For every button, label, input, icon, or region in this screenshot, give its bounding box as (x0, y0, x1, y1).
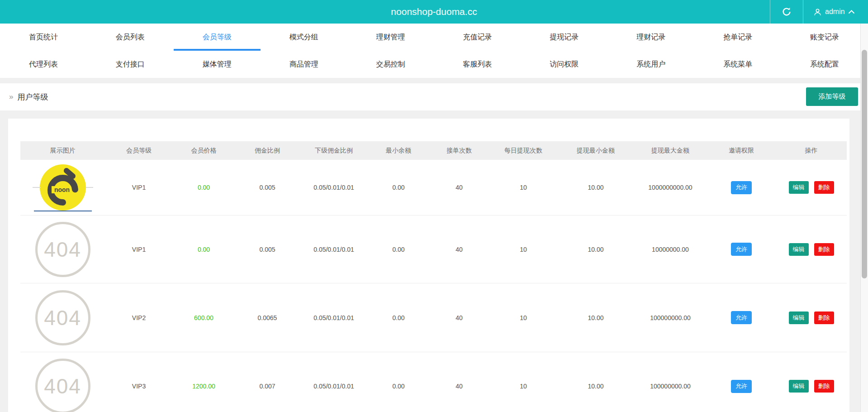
cell-daily-withdraw-count: 10 (489, 160, 558, 215)
allow-button[interactable]: 允许 (731, 311, 752, 324)
cell-actions: 编辑 删除 (776, 283, 847, 352)
edit-button[interactable]: 编辑 (789, 243, 809, 256)
cell-daily-withdraw-count: 10 (489, 283, 558, 352)
header-withdraw-max: 提现最大金额 (634, 141, 707, 160)
breadcrumb-bar: » 用户等级 添加等级 (0, 83, 868, 110)
nav-item-system-users[interactable]: 系统用户 (607, 51, 694, 78)
broken-line (33, 187, 40, 188)
cell-level: VIP3 (105, 352, 173, 412)
nav-item-balance-change-records[interactable]: 账变记录 (781, 24, 868, 51)
cell-invite: 允许 (707, 283, 776, 352)
cell-withdraw-min: 10.00 (558, 352, 634, 412)
nav-item-mode-group[interactable]: 模式分组 (261, 24, 347, 51)
cell-commission: 0.005 (235, 216, 300, 283)
nav-item-service-list[interactable]: 客服列表 (434, 51, 521, 78)
nav-item-finance-manage[interactable]: 理财管理 (347, 24, 434, 51)
header-image: 展示图片 (20, 141, 105, 160)
scrollbar-thumb[interactable] (862, 50, 867, 278)
cell-sub-commission: 0.05/0.01/0.01 (300, 283, 368, 352)
content-card: 展示图片 会员等级 会员价格 佣金比例 下级佣金比例 最小余额 接单次数 每日提… (8, 119, 849, 412)
cell-order-count: 40 (429, 160, 489, 215)
cell-image: 404 (20, 352, 105, 412)
cell-level: VIP1 (105, 216, 173, 283)
cell-actions: 编辑 删除 (776, 352, 847, 412)
nav-item-payment-api[interactable]: 支付接口 (87, 51, 174, 78)
cell-actions: 编辑 删除 (776, 160, 847, 215)
nav-item-recharge-records[interactable]: 充值记录 (434, 24, 521, 51)
topbar-controls: admin (770, 0, 868, 24)
delete-button[interactable]: 删除 (814, 380, 834, 393)
edit-button[interactable]: 编辑 (789, 380, 809, 393)
nav-item-member-level[interactable]: 会员等级 (174, 24, 261, 51)
cell-order-count: 40 (429, 283, 489, 352)
scrollbar[interactable] (860, 24, 868, 412)
cell-price: 0.00 (173, 160, 235, 215)
cell-sub-commission: 0.05/0.01/0.01 (300, 352, 368, 412)
delete-button[interactable]: 删除 (814, 181, 834, 194)
link-underline (34, 211, 92, 211)
allow-button[interactable]: 允许 (731, 243, 752, 256)
header-order-count: 接单次数 (429, 141, 489, 160)
header-sub-commission: 下级佣金比例 (300, 141, 368, 160)
user-menu[interactable]: admin (803, 0, 868, 24)
nav-item-access-permission[interactable]: 访问权限 (521, 51, 607, 78)
breadcrumb: » 用户等级 (9, 83, 48, 110)
cell-min-balance: 0.00 (368, 352, 429, 412)
username: admin (825, 8, 845, 16)
nav-item-withdraw-records[interactable]: 提现记录 (521, 24, 607, 51)
cell-invite: 允许 (707, 160, 776, 215)
cell-order-count: 40 (429, 352, 489, 412)
edit-button[interactable]: 编辑 (789, 181, 809, 194)
image-404-placeholder: 404 (35, 222, 90, 277)
table-row: 404 VIP3 1200.00 0.007 0.05/0.01/0.01 0.… (20, 352, 847, 412)
header-invite-permission: 邀请权限 (707, 141, 776, 160)
cell-image: 404 (20, 283, 105, 352)
nav-item-agent-list[interactable]: 代理列表 (0, 51, 87, 78)
cell-image: noon (20, 160, 105, 215)
cell-invite: 允许 (707, 216, 776, 283)
nav-item-system-config[interactable]: 系统配置 (781, 51, 868, 78)
nav-item-grab-order-records[interactable]: 抢单记录 (694, 24, 781, 51)
image-404-placeholder: 404 (35, 359, 90, 412)
nav-item-finance-records[interactable]: 理财记录 (607, 24, 694, 51)
nav-item-system-menu[interactable]: 系统菜单 (694, 51, 781, 78)
nav-item-member-list[interactable]: 会员列表 (87, 24, 174, 51)
nav-item-trade-control[interactable]: 交易控制 (347, 51, 434, 78)
nav-grid: 首页统计 会员列表 会员等级 模式分组 理财管理 充值记录 提现记录 理财记录 … (0, 24, 868, 78)
cell-commission: 0.0065 (235, 283, 300, 352)
cell-withdraw-min: 10.00 (558, 216, 634, 283)
allow-button[interactable]: 允许 (731, 181, 752, 194)
nav-item-media-manage[interactable]: 媒体管理 (174, 51, 261, 78)
cell-price: 600.00 (173, 283, 235, 352)
allow-button[interactable]: 允许 (731, 380, 752, 393)
cell-sub-commission: 0.05/0.01/0.01 (300, 216, 368, 283)
nav-item-home-stats[interactable]: 首页统计 (0, 24, 87, 51)
cell-sub-commission: 0.05/0.01/0.01 (300, 160, 368, 215)
cell-min-balance: 0.00 (368, 216, 429, 283)
refresh-icon (782, 7, 792, 17)
delete-button[interactable]: 删除 (814, 311, 834, 324)
delete-button[interactable]: 删除 (814, 243, 834, 256)
nav-item-product-manage[interactable]: 商品管理 (261, 51, 347, 78)
header-withdraw-min: 提现最小金额 (558, 141, 634, 160)
add-level-button[interactable]: 添加等级 (806, 87, 858, 106)
edit-button[interactable]: 编辑 (789, 311, 809, 324)
cell-min-balance: 0.00 (368, 160, 429, 215)
refresh-button[interactable] (770, 0, 803, 24)
section-divider (0, 78, 868, 83)
topbar: noonshop-duoma.cc admin (0, 0, 868, 24)
header-commission: 佣金比例 (235, 141, 300, 160)
cell-daily-withdraw-count: 10 (489, 216, 558, 283)
screen: noonshop-duoma.cc admin (0, 0, 868, 412)
table-header-row: 展示图片 会员等级 会员价格 佣金比例 下级佣金比例 最小余额 接单次数 每日提… (20, 141, 847, 160)
header-daily-withdraw-count: 每日提现次数 (489, 141, 558, 160)
cell-invite: 允许 (707, 352, 776, 412)
cell-commission: 0.007 (235, 352, 300, 412)
header-actions: 操作 (776, 141, 847, 160)
cell-withdraw-max: 100000000.00 (634, 352, 707, 412)
cell-actions: 编辑 删除 (776, 216, 847, 283)
section-divider (0, 110, 868, 119)
level-image-link[interactable]: noon (33, 163, 93, 211)
cell-withdraw-min: 10.00 (558, 283, 634, 352)
broken-line (85, 187, 93, 188)
